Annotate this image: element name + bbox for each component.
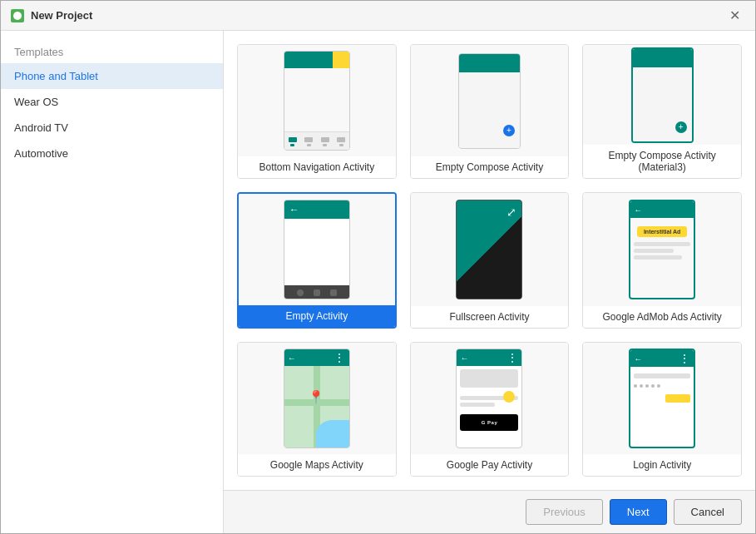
interstitial-ad-label: Interstitial Ad [637,226,687,237]
pay-preview: ← ⋮ [411,343,569,454]
template-empty-compose-m3[interactable]: + Empty Compose Activity (Material3) [582,44,742,179]
sidebar-item-wear-os[interactable]: Wear OS [1,89,223,115]
template-bottom-nav[interactable]: Bottom Navigation Activity [237,44,397,179]
template-maps[interactable]: ← ⋮ 📍 Google Maps Activity [237,342,397,477]
empty-activity-label: Empty Activity [239,305,395,327]
template-fullscreen[interactable]: ⤢ Fullscreen Activity [410,192,570,329]
sidebar-item-automotive[interactable]: Automotive [1,141,223,166]
fullscreen-preview: ⤢ [411,193,569,306]
cancel-button[interactable]: Cancel [674,499,742,525]
bottom-nav-preview [238,45,396,156]
fullscreen-label: Fullscreen Activity [411,306,569,328]
template-empty-compose[interactable]: + Empty Compose Activity [410,44,570,179]
template-grid: Bottom Navigation Activity + Empty Compo… [224,31,755,490]
app-icon [11,9,24,22]
previous-button[interactable]: Previous [526,499,603,525]
template-empty-activity[interactable]: ← Empty Activity [237,192,397,329]
title-bar-left: New Project [11,9,92,22]
login-label: Login Activity [583,454,741,476]
empty-compose-m3-label: Empty Compose Activity (Material3) [583,145,741,178]
template-login[interactable]: ← ⋮ [582,342,742,477]
dialog-content: Templates Phone and Tablet Wear OS Andro… [1,31,755,533]
admob-preview: ← Interstitial Ad [583,193,741,306]
template-pay[interactable]: ← ⋮ [410,342,570,477]
admob-label: Google AdMob Ads Activity [583,306,741,328]
sidebar: Templates Phone and Tablet Wear OS Andro… [1,31,224,533]
footer: Previous Next Cancel [224,490,755,533]
empty-compose-label: Empty Compose Activity [411,156,569,178]
svg-point-0 [13,12,22,20]
sidebar-item-phone-tablet[interactable]: Phone and Tablet [1,63,223,89]
maps-label: Google Maps Activity [238,454,396,476]
template-admob[interactable]: ← Interstitial Ad Google AdMob Ads Activ… [582,192,742,329]
bottom-nav-label: Bottom Navigation Activity [238,156,396,178]
sidebar-header: Templates [1,37,223,63]
close-button[interactable]: ✕ [724,7,745,24]
dialog-title: New Project [31,9,92,22]
new-project-dialog: New Project ✕ Templates Phone and Tablet… [0,0,756,534]
maps-preview: ← ⋮ 📍 [238,343,396,454]
empty-compose-preview: + [411,45,569,156]
next-button[interactable]: Next [610,499,667,525]
title-bar: New Project ✕ [1,1,755,31]
sidebar-item-android-tv[interactable]: Android TV [1,115,223,141]
main-area: Bottom Navigation Activity + Empty Compo… [224,31,755,533]
pay-label: Google Pay Activity [411,454,569,476]
login-preview: ← ⋮ [583,343,741,454]
empty-compose-m3-preview: + [583,45,741,145]
empty-activity-preview: ← [239,194,395,305]
